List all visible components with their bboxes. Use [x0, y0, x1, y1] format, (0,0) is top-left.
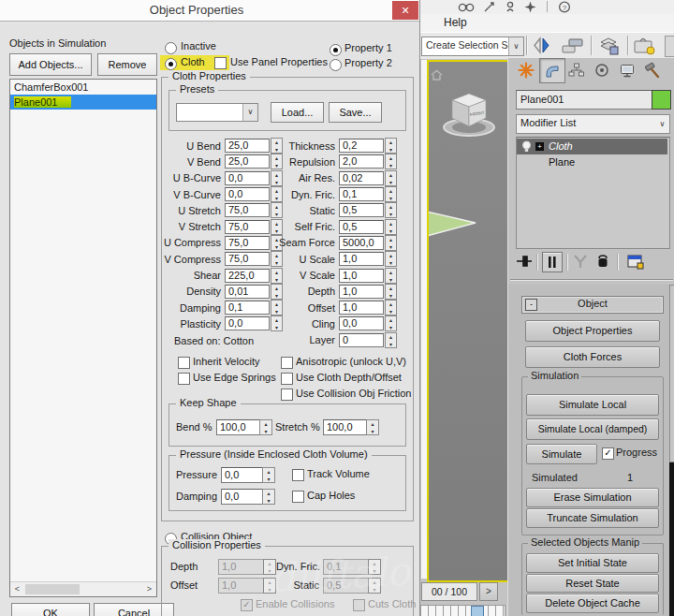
param-field[interactable]: 0,1 — [225, 301, 270, 315]
scroll-left-arrow-icon[interactable]: < — [10, 582, 24, 596]
save-button[interactable]: Save... — [329, 102, 382, 123]
use-panel-properties-checkbox[interactable] — [214, 57, 227, 69]
param-spinner[interactable]: ▴▾ — [385, 186, 397, 202]
dialog-titlebar[interactable]: Object Properties ✕ — [0, 0, 419, 22]
rollout-scrollbar[interactable] — [669, 285, 674, 616]
stretch-percent-spinner[interactable]: ▴▾ — [366, 419, 379, 435]
param-field[interactable]: 0,5 — [339, 220, 384, 234]
time-slider-frame[interactable]: 00 / 100 — [421, 582, 477, 601]
remove-modifier-icon[interactable] — [594, 253, 611, 270]
cloth-radio[interactable] — [165, 58, 177, 70]
objects-list[interactable]: ChamferBox001 Plane001 < > — [9, 79, 157, 597]
param-field[interactable]: 75,0 — [225, 203, 270, 217]
viewcube[interactable]: FRONT — [440, 88, 498, 140]
star-icon[interactable] — [524, 1, 536, 13]
ok-button[interactable]: OK — [11, 603, 90, 616]
progress-checkbox[interactable]: ✓ — [602, 447, 614, 460]
track-bar-key[interactable] — [471, 606, 484, 616]
align-icon[interactable] — [560, 36, 586, 55]
param-field[interactable]: 225,0 — [225, 269, 270, 283]
reset-state-button[interactable]: Reset State — [526, 574, 659, 593]
param-field[interactable]: 25,0 — [225, 139, 270, 153]
stretch-percent-field[interactable]: 100,0 — [323, 419, 370, 435]
presets-dropdown[interactable]: ∨ — [176, 103, 258, 122]
viewcube-home-icon[interactable] — [431, 69, 443, 81]
bend-percent-spinner[interactable]: ▴▾ — [259, 419, 272, 435]
param-field[interactable]: 1,0 — [339, 252, 384, 266]
load-button[interactable]: Load... — [271, 102, 324, 123]
use-collision-obj-friction-checkbox[interactable] — [281, 389, 293, 401]
stack-row-plane[interactable]: Plane — [517, 154, 667, 170]
param-field[interactable]: 75,0 — [225, 236, 270, 250]
param-spinner[interactable]: ▴▾ — [385, 219, 397, 235]
modifier-list-dropdown[interactable]: Modifier List ∨ — [516, 114, 670, 134]
tab-create[interactable] — [514, 58, 538, 81]
property2-radio[interactable] — [330, 59, 342, 71]
param-field[interactable]: 1,0 — [339, 285, 384, 299]
param-field[interactable]: 0,0 — [339, 316, 384, 330]
tab-display[interactable] — [615, 58, 639, 81]
tab-motion[interactable] — [590, 58, 614, 81]
anisotropic-checkbox[interactable] — [281, 357, 293, 369]
cap-holes-checkbox[interactable] — [292, 491, 304, 503]
remove-button[interactable]: Remove — [97, 53, 157, 76]
param-field[interactable]: 25,0 — [225, 154, 270, 169]
erase-simulation-button[interactable]: Erase Simulation — [526, 488, 659, 507]
dropdown-arrow-icon[interactable]: ∨ — [242, 104, 257, 121]
param-spinner[interactable]: ▴▾ — [385, 251, 397, 267]
cloth-forces-button[interactable]: Cloth Forces — [525, 346, 660, 368]
param-spinner[interactable]: ▴▾ — [385, 235, 397, 251]
list-item[interactable]: ChamferBox001 — [10, 80, 156, 95]
param-field[interactable]: 0,01 — [225, 285, 270, 299]
param-field[interactable]: 0,0 — [225, 316, 270, 330]
next-frame-button[interactable]: > — [479, 582, 498, 601]
toolbox-icon[interactable] — [632, 35, 660, 56]
layer-manager-icon[interactable] — [595, 35, 623, 56]
inherit-velocity-checkbox[interactable] — [178, 357, 190, 369]
object-name-field[interactable]: Plane001 — [516, 90, 652, 110]
object-rollout-header[interactable]: - Object — [521, 296, 664, 314]
object-color-swatch[interactable] — [652, 90, 671, 110]
binoculars-icon[interactable] — [457, 1, 476, 13]
param-spinner[interactable]: ▴▾ — [385, 284, 397, 300]
param-field[interactable]: 0,1 — [339, 187, 384, 201]
track-bar[interactable] — [419, 605, 506, 616]
param-field[interactable]: 0,0 — [225, 171, 270, 185]
object-properties-button[interactable]: Object Properties — [525, 320, 660, 342]
delete-object-cache-button[interactable]: Delete Object Cache — [526, 594, 659, 613]
param-spinner[interactable]: ▴▾ — [385, 332, 397, 348]
menu-help[interactable]: Help — [444, 16, 467, 29]
truncate-simulation-button[interactable]: Truncate Simulation — [526, 508, 659, 528]
help-icon[interactable]: ? — [558, 1, 571, 13]
param-spinner[interactable]: ▴▾ — [385, 315, 397, 331]
expand-plus-icon[interactable]: + — [535, 142, 544, 151]
modifier-list-arrow-icon[interactable]: ∨ — [655, 115, 669, 133]
lasso-icon[interactable] — [504, 1, 517, 13]
mirror-icon[interactable] — [531, 36, 555, 55]
use-edge-springs-checkbox[interactable] — [178, 373, 190, 385]
modifier-stack[interactable]: + Cloth Plane — [516, 137, 670, 249]
param-spinner[interactable]: ▴▾ — [385, 300, 397, 315]
pin-stack-icon[interactable] — [516, 254, 533, 269]
tab-utilities[interactable] — [640, 58, 665, 81]
param-spinner[interactable]: ▴▾ — [385, 202, 397, 218]
param-field[interactable]: 75,0 — [225, 220, 270, 234]
param-field[interactable]: 0,0 — [225, 187, 270, 201]
simulate-local-damped-button[interactable]: Simulate Local (damped) — [526, 418, 659, 440]
use-cloth-depth-offset-checkbox[interactable] — [281, 373, 293, 385]
plane-object[interactable] — [427, 208, 477, 240]
param-field[interactable]: 0,02 — [339, 171, 384, 185]
scroll-right-arrow-icon[interactable]: > — [142, 582, 156, 596]
pressure-field[interactable]: 0,0 — [221, 467, 266, 483]
param-field[interactable]: 2,0 — [339, 154, 384, 169]
param-spinner[interactable]: ▴▾ — [385, 138, 397, 154]
param-spinner[interactable]: ▴▾ — [385, 268, 397, 284]
select-arrow-icon[interactable] — [483, 1, 496, 13]
scrollbar-thumb[interactable] — [25, 584, 80, 594]
simulate-button[interactable]: Simulate — [526, 444, 597, 464]
param-field[interactable]: 75,0 — [225, 252, 270, 266]
tab-modify[interactable] — [539, 58, 565, 83]
stack-row-cloth[interactable]: + Cloth — [517, 139, 667, 154]
pressure-spinner[interactable]: ▴▾ — [262, 467, 275, 483]
param-spinner[interactable]: ▴▾ — [385, 170, 397, 186]
